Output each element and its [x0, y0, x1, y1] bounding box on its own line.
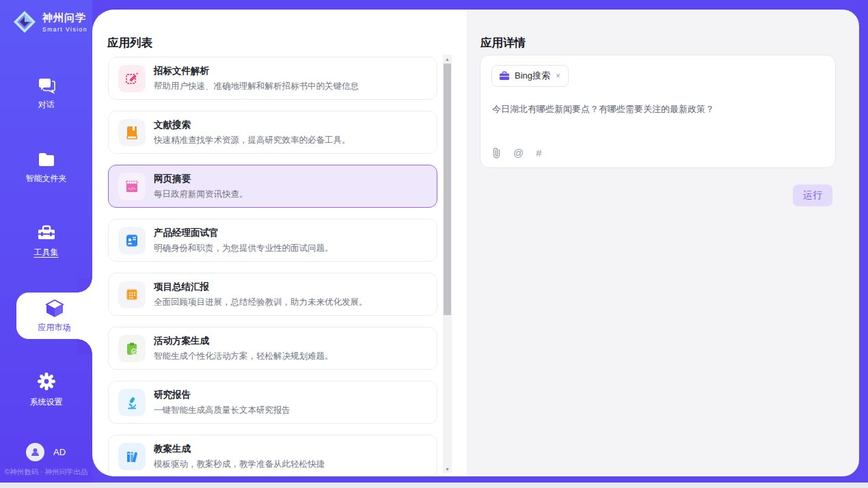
svg-text:</>: </>	[128, 185, 136, 190]
user-account[interactable]: AD	[26, 443, 66, 461]
app-title: 产品经理面试官	[154, 227, 334, 239]
sidebar-item-toolbox[interactable]: 工具集	[0, 224, 92, 258]
avatar	[26, 443, 44, 461]
window-bottom-strip	[0, 483, 868, 488]
app-card-list: 招标文件解析 帮助用户快速、准确地理解和解析招标书中的关键信息 文献搜索	[108, 57, 437, 476]
main-content: 应用列表 招标文件解析 帮助用户快速、准确地理解和解析招标书中的关键信息	[92, 10, 859, 476]
chat-icon	[37, 77, 56, 94]
app-card-research-report[interactable]: 研究报告 一键智能生成高质量长文本研究报告	[108, 381, 437, 424]
person-icon	[30, 447, 40, 457]
sidebar-item-label: 对话	[38, 99, 55, 111]
tag-close-icon[interactable]: ×	[555, 71, 561, 81]
copyright-footer: ©神州数码 · 神州问学出品	[0, 467, 92, 477]
sidebar-item-label: 系统设置	[30, 396, 63, 408]
briefcase-icon	[499, 71, 510, 81]
toolbox-icon	[36, 224, 57, 242]
mention-icon[interactable]: @	[513, 147, 524, 159]
tile: </>	[118, 173, 146, 200]
paperclip-icon[interactable]	[492, 147, 501, 159]
cube-icon	[44, 298, 65, 318]
app-title: 网页摘要	[154, 173, 248, 185]
report-note-icon	[124, 287, 139, 302]
clipboard-check-icon	[124, 341, 139, 356]
brand-name: 神州问学	[42, 12, 87, 25]
sidebar-item-smart-folder[interactable]: 智能文件夹	[0, 152, 92, 185]
books-icon	[124, 449, 139, 464]
app-title: 教案生成	[154, 443, 325, 455]
app-desc: 帮助用户快速、准确地理解和解析招标书中的关键信息	[154, 81, 359, 92]
app-title: 研究报告	[154, 389, 290, 401]
brand-logo: 神州问学 Smart Vision	[12, 10, 87, 34]
tile	[118, 281, 146, 308]
app-card-pm-interviewer[interactable]: 产品经理面试官 明确身份和职责，为您提供专业性的面试问题。	[108, 219, 437, 262]
interviewer-icon	[124, 233, 139, 248]
sidebar-item-chat[interactable]: 对话	[0, 77, 92, 111]
microscope-icon	[124, 395, 139, 410]
app-list-title: 应用列表	[107, 36, 152, 51]
app-detail-title: 应用详情	[480, 36, 526, 51]
prompt-card: Bing搜索 × 今日湖北有哪些新闻要点？有哪些需要关注的最新政策？ @ #	[480, 55, 836, 168]
app-card-lesson-plan[interactable]: 教案生成 模板驱动，教案秒成，教学准备从此轻松快捷	[108, 435, 437, 476]
question-text: 今日湖北有哪些新闻要点？有哪些需要关注的最新政策？	[492, 103, 820, 116]
app-desc: 一键智能生成高质量长文本研究报告	[154, 405, 290, 416]
app-desc: 每日政府新闻资讯快查。	[154, 189, 248, 200]
brand-diamond-icon	[12, 10, 37, 34]
book-icon	[124, 125, 139, 140]
app-title: 活动方案生成	[154, 335, 334, 347]
scroll-down-arrow[interactable]: ▼	[443, 465, 452, 473]
tile	[118, 335, 146, 362]
sidebar: 神州问学 Smart Vision 对话 智能文件夹	[0, 0, 92, 483]
tile	[118, 389, 146, 416]
hashtag-icon[interactable]: #	[536, 147, 541, 159]
tool-tag-bing-search[interactable]: Bing搜索 ×	[491, 65, 569, 87]
app-list-panel: 应用列表 招标文件解析 帮助用户快速、准确地理解和解析招标书中的关键信息	[92, 10, 467, 476]
app-frame: 神州问学 Smart Vision 对话 智能文件夹	[0, 0, 868, 483]
app-card-project-summary[interactable]: 项目总结汇报 全面回顾项目进展，总结经验教训，助力未来优化发展。	[108, 273, 437, 316]
app-desc: 全面回顾项目进展，总结经验教训，助力未来优化发展。	[154, 297, 368, 308]
app-desc: 模板驱动，教案秒成，教学准备从此轻松快捷	[154, 459, 325, 470]
input-toolbar: @ #	[492, 147, 542, 159]
app-desc: 快速精准查找学术资源，提高研究效率的必备工具。	[154, 135, 351, 146]
app-list-scrollbar[interactable]: ▲ ▼	[443, 55, 452, 473]
scrollbar-thumb[interactable]	[444, 64, 451, 315]
sidebar-item-label: 应用市场	[38, 322, 71, 334]
app-card-literature-search[interactable]: 文献搜索 快速精准查找学术资源，提高研究效率的必备工具。	[108, 111, 437, 154]
tile	[118, 65, 146, 92]
browser-code-icon: </>	[124, 179, 139, 194]
tile	[118, 443, 146, 470]
tool-tag-label: Bing搜索	[515, 70, 550, 82]
sidebar-item-settings[interactable]: 系统设置	[0, 371, 92, 408]
app-title: 文献搜索	[154, 119, 351, 131]
run-button[interactable]: 运行	[793, 185, 832, 206]
sidebar-item-app-market[interactable]: 应用市场	[16, 293, 92, 339]
gear-icon	[36, 371, 57, 392]
scroll-up-arrow[interactable]: ▲	[443, 55, 452, 63]
app-detail-panel: 应用详情 Bing搜索 × 今日湖北有哪些新闻要点？有哪些需要关注的最新政策？	[467, 10, 859, 476]
folder-icon	[37, 152, 56, 168]
app-desc: 智能生成个性化活动方案，轻松解决规划难题。	[154, 351, 334, 362]
tile	[118, 119, 146, 146]
edit-document-icon	[124, 71, 139, 86]
brand-subtitle: Smart Vision	[42, 26, 87, 33]
sidebar-item-label: 工具集	[34, 247, 59, 258]
user-name: AD	[53, 447, 66, 457]
sidebar-item-label: 智能文件夹	[26, 173, 67, 185]
tile	[118, 227, 146, 254]
app-title: 招标文件解析	[154, 65, 359, 77]
app-title: 项目总结汇报	[154, 281, 368, 293]
app-card-web-summary[interactable]: </> 网页摘要 每日政府新闻资讯快查。	[108, 165, 437, 208]
app-desc: 明确身份和职责，为您提供专业性的面试问题。	[154, 243, 334, 254]
app-card-event-plan[interactable]: 活动方案生成 智能生成个性化活动方案，轻松解决规划难题。	[108, 327, 437, 370]
app-card-bid-analysis[interactable]: 招标文件解析 帮助用户快速、准确地理解和解析招标书中的关键信息	[108, 57, 437, 100]
